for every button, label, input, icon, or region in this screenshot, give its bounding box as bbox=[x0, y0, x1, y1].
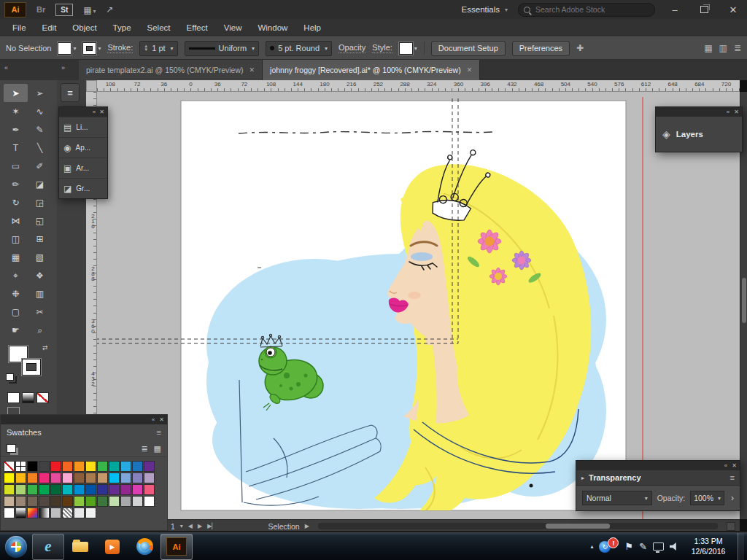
color-swatch[interactable] bbox=[132, 472, 143, 483]
next-artboard-icon[interactable]: ▶ bbox=[198, 523, 202, 529]
color-swatch[interactable] bbox=[62, 461, 73, 472]
color-swatch[interactable] bbox=[50, 461, 61, 472]
menu-item[interactable]: Edit bbox=[34, 19, 65, 36]
columns-icon[interactable]: ▥ bbox=[719, 43, 727, 53]
shape-builder-tool[interactable]: ◫ bbox=[4, 230, 28, 248]
color-swatch[interactable] bbox=[39, 461, 50, 472]
stroke-color-well[interactable] bbox=[22, 359, 41, 376]
triangle-right-icon[interactable]: ▸ bbox=[581, 475, 584, 481]
grid-icon[interactable]: ▦ bbox=[704, 43, 712, 53]
color-swatch[interactable] bbox=[109, 461, 120, 472]
eraser-tool[interactable]: ◪ bbox=[28, 175, 52, 193]
action-center-flag-icon[interactable]: ⚑ bbox=[624, 541, 633, 552]
close-tab-icon[interactable]: ✕ bbox=[249, 66, 255, 74]
artboards-panel-button[interactable]: ▣ Ar... bbox=[59, 158, 107, 178]
color-swatch[interactable] bbox=[109, 484, 120, 495]
slice-tool[interactable]: ✂ bbox=[28, 303, 52, 321]
color-swatch[interactable] bbox=[27, 461, 38, 472]
taskbar-firefox[interactable] bbox=[128, 534, 160, 560]
color-swatch[interactable] bbox=[39, 508, 50, 518]
artboard-number[interactable]: 1 bbox=[171, 522, 175, 531]
fill-color-dropdown[interactable]: ▾ bbox=[58, 42, 76, 55]
align-icon[interactable]: ✚ bbox=[576, 43, 584, 53]
fill-stroke-control[interactable]: ⇄ bbox=[6, 344, 51, 388]
resize-grip[interactable] bbox=[727, 522, 735, 531]
previous-artboard-icon[interactable]: ◀ bbox=[188, 523, 193, 529]
color-swatch[interactable] bbox=[132, 461, 143, 472]
line-tool[interactable]: ╲ bbox=[28, 139, 52, 157]
close-icon[interactable]: ✕ bbox=[99, 109, 104, 115]
color-swatch[interactable] bbox=[97, 461, 108, 472]
network-icon[interactable] bbox=[653, 542, 664, 551]
adobe-stock-search[interactable] bbox=[518, 3, 655, 17]
swap-fill-stroke-icon[interactable]: ⇄ bbox=[42, 344, 48, 351]
close-icon[interactable]: ✕ bbox=[734, 109, 739, 115]
brush-dropdown[interactable]: 5 pt. Round ▾ bbox=[266, 41, 332, 56]
menu-item[interactable]: File bbox=[4, 19, 34, 36]
menu-item[interactable]: Effect bbox=[179, 19, 216, 36]
pen-input-icon[interactable]: ✎ bbox=[639, 541, 647, 552]
graphic-styles-panel-button[interactable]: ◪ Gr... bbox=[59, 178, 107, 198]
blend-mode-dropdown[interactable]: Normal ▾ bbox=[582, 491, 652, 505]
stroke-color-dropdown[interactable]: ▾ bbox=[82, 42, 101, 55]
free-transform-tool[interactable]: ◱ bbox=[28, 211, 52, 230]
workspace-switcher[interactable]: Essentials ▾ bbox=[462, 5, 508, 14]
width-tool[interactable]: ⋈ bbox=[4, 211, 28, 230]
color-swatch[interactable] bbox=[62, 472, 73, 483]
minimize-button[interactable]: – bbox=[665, 4, 684, 15]
menu-item[interactable]: Window bbox=[249, 19, 295, 36]
search-input[interactable] bbox=[534, 4, 649, 15]
type-tool[interactable]: T bbox=[4, 139, 28, 157]
preferences-button[interactable]: Preferences bbox=[512, 41, 570, 56]
canvas[interactable] bbox=[97, 92, 740, 519]
status-flyout-icon[interactable]: ▶ bbox=[305, 523, 309, 529]
dock-menu-button[interactable]: ≡ bbox=[61, 83, 80, 102]
color-swatch[interactable] bbox=[120, 484, 131, 495]
color-swatch[interactable] bbox=[85, 484, 96, 495]
color-swatch[interactable] bbox=[27, 472, 38, 483]
color-swatch[interactable] bbox=[50, 472, 61, 483]
panel-menu-icon[interactable]: ≣ bbox=[734, 43, 741, 53]
color-swatch[interactable] bbox=[15, 484, 26, 495]
menu-item[interactable]: View bbox=[216, 19, 250, 36]
scrollbar-thumb[interactable] bbox=[546, 524, 610, 529]
taskbar-file-explorer[interactable] bbox=[64, 534, 96, 560]
color-swatch[interactable] bbox=[85, 472, 96, 483]
color-swatch[interactable] bbox=[39, 496, 50, 507]
scale-tool[interactable]: ◲ bbox=[28, 193, 52, 211]
menu-item[interactable]: Help bbox=[295, 19, 329, 36]
expand-panel-icon[interactable]: » bbox=[93, 109, 96, 115]
stroke-panel-link[interactable]: Stroke: bbox=[107, 43, 133, 53]
menu-item[interactable]: Type bbox=[105, 19, 139, 36]
column-graph-tool[interactable]: ▥ bbox=[28, 284, 52, 303]
appearance-panel-button[interactable]: ◉ Ap... bbox=[59, 137, 107, 158]
color-swatch[interactable] bbox=[15, 508, 26, 518]
bridge-icon[interactable]: Br bbox=[36, 5, 45, 14]
stepper-icon[interactable]: ▲▼ bbox=[144, 44, 148, 52]
color-swatch[interactable] bbox=[62, 508, 73, 518]
color-swatch[interactable] bbox=[74, 461, 85, 472]
color-swatch[interactable] bbox=[4, 484, 15, 495]
collapse-panel-icon[interactable]: « bbox=[724, 462, 727, 469]
color-mode-button[interactable] bbox=[7, 392, 20, 403]
color-swatch[interactable] bbox=[97, 472, 108, 483]
color-swatch[interactable] bbox=[74, 496, 85, 507]
opacity-field[interactable]: 100% ▾ bbox=[690, 491, 724, 505]
color-swatch[interactable] bbox=[27, 508, 38, 518]
gradient-tool[interactable]: ▧ bbox=[28, 248, 52, 266]
color-swatch[interactable] bbox=[97, 484, 108, 495]
color-swatch[interactable] bbox=[15, 496, 26, 507]
none-mode-button[interactable] bbox=[36, 392, 49, 403]
gradient-mode-button[interactable] bbox=[22, 392, 34, 403]
panel-menu-icon[interactable]: ≡ bbox=[157, 428, 161, 437]
taskbar-illustrator[interactable]: Ai bbox=[160, 534, 193, 560]
lasso-tool[interactable]: ∿ bbox=[28, 102, 52, 120]
color-swatch[interactable] bbox=[4, 496, 15, 507]
alert-tray-icon[interactable]: ! bbox=[608, 537, 619, 548]
document-tab[interactable]: pirate templatex2.ai @ 150% (CMYK/Previe… bbox=[79, 60, 263, 80]
expand-dock-icon[interactable]: » bbox=[61, 64, 65, 71]
rotate-tool[interactable]: ↻ bbox=[4, 193, 28, 211]
curvature-tool[interactable]: ✎ bbox=[28, 120, 52, 139]
rectangle-tool[interactable]: ▭ bbox=[4, 157, 28, 175]
color-swatch[interactable] bbox=[15, 461, 26, 472]
